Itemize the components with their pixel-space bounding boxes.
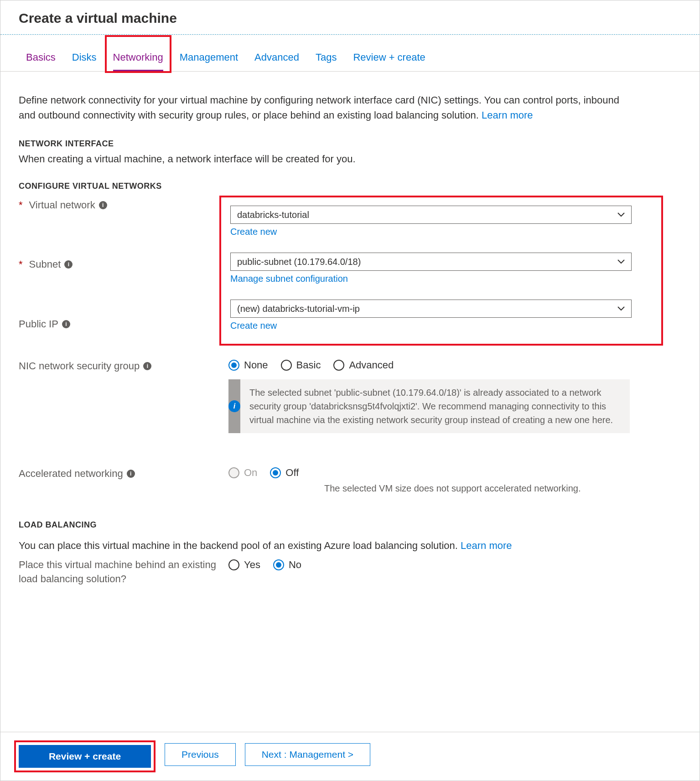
info-icon[interactable]: i	[62, 320, 70, 328]
chevron-down-icon	[617, 258, 625, 266]
section-configure-vnets: CONFIGURE VIRTUAL NETWORKS	[19, 181, 681, 191]
select-virtual-network-value: databricks-tutorial	[237, 210, 309, 220]
radio-group-accel: On Off	[228, 464, 630, 479]
label-subnet: * Subnet i	[19, 255, 219, 270]
tab-advanced[interactable]: Advanced	[254, 52, 299, 71]
page-header: Create a virtual machine	[0, 0, 700, 34]
footer-actions: Review + create Previous Next : Manageme…	[0, 732, 700, 781]
tab-disks[interactable]: Disks	[72, 52, 97, 71]
required-marker: *	[19, 259, 23, 270]
select-subnet-value: public-subnet (10.179.64.0/18)	[237, 257, 361, 267]
chevron-down-icon	[617, 305, 625, 313]
info-icon[interactable]: i	[127, 470, 135, 478]
link-create-new-ip[interactable]: Create new	[230, 321, 277, 331]
highlight-networks-box: databricks-tutorial Create new public-su…	[219, 196, 663, 346]
section-load-balancing-sub: You can place this virtual machine in th…	[19, 540, 681, 552]
page-title: Create a virtual machine	[19, 10, 681, 26]
radio-accel-off[interactable]: Off	[270, 467, 299, 479]
label-virtual-network: * Virtual network i	[19, 196, 219, 211]
review-create-button[interactable]: Review + create	[19, 745, 151, 768]
label-nsg: NIC network security group i	[19, 357, 219, 372]
intro-learn-more-link[interactable]: Learn more	[482, 109, 533, 121]
required-marker: *	[19, 199, 23, 211]
select-public-ip[interactable]: (new) databricks-tutorial-vm-ip	[230, 300, 632, 318]
info-icon[interactable]: i	[143, 362, 151, 370]
info-icon: i	[228, 400, 240, 412]
radio-lb-no[interactable]: No	[273, 559, 301, 571]
main-content: Define network connectivity for your vir…	[0, 72, 700, 732]
radio-accel-on: On	[228, 467, 257, 479]
radio-nsg-basic[interactable]: Basic	[281, 359, 321, 371]
radio-nsg-advanced[interactable]: Advanced	[333, 359, 394, 371]
section-load-balancing: LOAD BALANCING	[19, 520, 681, 530]
accel-note: The selected VM size does not support ac…	[228, 479, 630, 494]
info-banner-stripe: i	[228, 379, 240, 433]
nsg-info-banner: i The selected subnet 'public-subnet (10…	[228, 379, 630, 433]
link-create-new-vnet[interactable]: Create new	[230, 227, 277, 237]
section-network-interface-sub: When creating a virtual machine, a netwo…	[19, 153, 681, 165]
radio-group-lb: Yes No	[228, 556, 630, 571]
info-icon[interactable]: i	[64, 260, 73, 269]
chevron-down-icon	[617, 211, 625, 219]
select-subnet[interactable]: public-subnet (10.179.64.0/18)	[230, 253, 632, 271]
radio-nsg-none[interactable]: None	[228, 359, 268, 371]
select-public-ip-value: (new) databricks-tutorial-vm-ip	[237, 304, 360, 314]
previous-button[interactable]: Previous	[165, 743, 236, 766]
tab-review[interactable]: Review + create	[353, 52, 425, 71]
tab-bar: Basics Disks Networking Management Advan…	[0, 35, 700, 72]
tab-basics[interactable]: Basics	[26, 52, 56, 71]
label-public-ip: Public IP i	[19, 315, 219, 330]
info-icon[interactable]: i	[99, 201, 107, 209]
label-lb-question: Place this virtual machine behind an exi…	[19, 556, 219, 586]
form-grid: * Virtual network i databricks-tutorial …	[19, 196, 681, 502]
select-virtual-network[interactable]: databricks-tutorial	[230, 206, 632, 224]
section-network-interface: NETWORK INTERFACE	[19, 139, 681, 149]
label-accelerated-networking: Accelerated networking i	[19, 464, 219, 480]
radio-group-nsg: None Basic Advanced	[228, 357, 630, 371]
tab-tags[interactable]: Tags	[316, 52, 337, 71]
radio-lb-yes[interactable]: Yes	[228, 559, 260, 571]
nsg-info-text: The selected subnet 'public-subnet (10.1…	[240, 379, 630, 433]
tab-networking[interactable]: Networking	[113, 52, 163, 71]
tab-management[interactable]: Management	[180, 52, 238, 71]
create-vm-page: Create a virtual machine Basics Disks Ne…	[0, 0, 700, 781]
lb-learn-more-link[interactable]: Learn more	[461, 540, 512, 551]
link-manage-subnet[interactable]: Manage subnet configuration	[230, 274, 348, 284]
highlight-review-button: Review + create	[14, 740, 156, 772]
next-management-button[interactable]: Next : Management >	[245, 743, 370, 766]
intro-text: Define network connectivity for your vir…	[19, 93, 634, 123]
